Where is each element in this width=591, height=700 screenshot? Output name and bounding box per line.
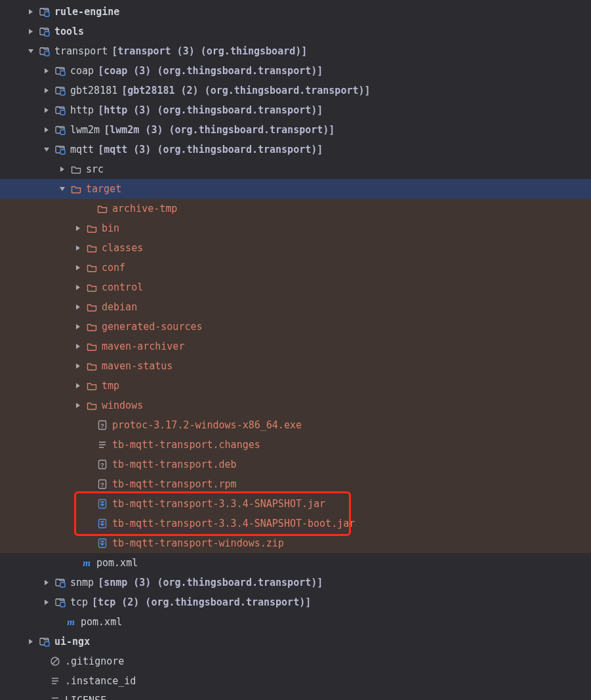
chevron-right-icon[interactable] bbox=[73, 243, 83, 253]
tree-item-label: maven-archiver bbox=[102, 340, 184, 352]
chevron-right-icon[interactable] bbox=[73, 381, 83, 391]
chevron-right-icon[interactable] bbox=[73, 223, 83, 234]
tree-item[interactable]: ui-ngx bbox=[0, 632, 591, 651]
chevron-right-icon[interactable] bbox=[26, 7, 36, 17]
tree-item-hint: [tcp (2) (org.thingsboard.transport)] bbox=[92, 596, 311, 608]
tree-item-label: mqtt bbox=[70, 144, 94, 155]
folder-icon bbox=[70, 163, 82, 175]
ignore-icon bbox=[49, 655, 61, 667]
tree-item[interactable]: tools bbox=[0, 22, 591, 41]
chevron-right-icon[interactable] bbox=[73, 321, 83, 332]
tree-item[interactable]: gbt28181[gbt28181 (2) (org.thingsboard.t… bbox=[0, 81, 591, 100]
tree-item-label: tcp bbox=[70, 596, 88, 608]
tree-item[interactable]: bin bbox=[0, 218, 591, 238]
chevron-down-icon[interactable] bbox=[57, 184, 68, 194]
tree-item[interactable]: transport[transport (3) (org.thingsboard… bbox=[0, 41, 591, 61]
tree-item[interactable]: tb-mqtt-transport-3.3.4-SNAPSHOT.jar bbox=[0, 494, 591, 514]
module-icon bbox=[39, 45, 51, 57]
folder-ex-icon bbox=[86, 340, 98, 352]
unknown-icon bbox=[96, 459, 108, 470]
text-icon bbox=[49, 695, 61, 700]
tree-item[interactable]: tb-mqtt-transport.changes bbox=[0, 435, 591, 455]
tree-item[interactable]: classes bbox=[0, 238, 591, 258]
tree-item-label: debian bbox=[102, 301, 137, 313]
tree-item-label: tb-mqtt-transport.changes bbox=[112, 439, 260, 451]
chevron-right-icon[interactable] bbox=[41, 66, 52, 76]
tree-item-label: rule-engine bbox=[54, 6, 119, 18]
tree-item[interactable]: maven-status bbox=[0, 356, 591, 376]
tree-item[interactable]: LICENSE bbox=[0, 691, 591, 700]
tree-item[interactable]: windows bbox=[0, 396, 591, 415]
tree-item[interactable]: tb-mqtt-transport.deb bbox=[0, 455, 591, 474]
module-icon bbox=[39, 26, 51, 37]
tree-item-label: maven-status bbox=[102, 360, 173, 372]
tree-item-label: LICENSE bbox=[65, 695, 106, 700]
tree-item[interactable]: tb-mqtt-transport-3.3.4-SNAPSHOT-boot.ja… bbox=[0, 514, 591, 533]
chevron-right-icon[interactable] bbox=[73, 262, 83, 273]
module-icon bbox=[54, 577, 66, 588]
tree-item[interactable]: protoc-3.17.2-windows-x86_64.exe bbox=[0, 415, 591, 435]
chevron-right-icon[interactable] bbox=[57, 164, 68, 175]
chevron-right-icon[interactable] bbox=[73, 302, 83, 312]
tree-item[interactable]: .instance_id bbox=[0, 671, 591, 691]
tree-item[interactable]: tb-mqtt-transport-windows.zip bbox=[0, 533, 591, 553]
tree-item-hint: [lwm2m (3) (org.thingsboard.transport)] bbox=[104, 124, 335, 136]
chevron-right-icon[interactable] bbox=[41, 85, 52, 96]
tree-item[interactable]: pom.xml bbox=[0, 553, 591, 573]
project-tree[interactable]: rule-enginetoolstransport[transport (3) … bbox=[0, 0, 591, 700]
chevron-right-icon[interactable] bbox=[26, 26, 36, 37]
chevron-right-icon[interactable] bbox=[73, 341, 83, 352]
module-icon bbox=[39, 636, 51, 648]
tree-item-label: tmp bbox=[102, 380, 119, 392]
module-icon bbox=[54, 65, 66, 77]
tree-item[interactable]: generated-sources bbox=[0, 317, 591, 337]
chevron-right-icon[interactable] bbox=[73, 282, 83, 293]
folder-ex-icon bbox=[86, 380, 98, 392]
chevron-right-icon[interactable] bbox=[26, 636, 36, 647]
tree-item[interactable]: tmp bbox=[0, 376, 591, 396]
tree-item[interactable]: src bbox=[0, 159, 591, 179]
folder-ex-icon bbox=[86, 222, 98, 234]
tree-item[interactable]: archive-tmp bbox=[0, 199, 591, 218]
tree-item[interactable]: debian bbox=[0, 297, 591, 317]
tree-item-label: tb-mqtt-transport.rpm bbox=[112, 478, 237, 490]
chevron-right-icon[interactable] bbox=[73, 400, 83, 411]
tree-item[interactable]: control bbox=[0, 278, 591, 297]
chevron-down-icon[interactable] bbox=[26, 46, 36, 56]
chevron-right-icon[interactable] bbox=[41, 577, 52, 588]
folder-ex-icon bbox=[96, 203, 108, 215]
unknown-icon bbox=[96, 419, 108, 431]
tree-item-hint: [mqtt (3) (org.thingsboard.transport)] bbox=[98, 144, 323, 155]
tree-item-label: ui-ngx bbox=[54, 636, 90, 648]
chevron-right-icon[interactable] bbox=[41, 597, 52, 607]
tree-item[interactable]: maven-archiver bbox=[0, 337, 591, 356]
tree-item[interactable]: coap[coap (3) (org.thingsboard.transport… bbox=[0, 61, 591, 81]
tree-item[interactable]: pom.xml bbox=[0, 612, 591, 632]
tree-item[interactable]: mqtt[mqtt (3) (org.thingsboard.transport… bbox=[0, 140, 591, 159]
tree-item[interactable]: .gitignore bbox=[0, 651, 591, 671]
tree-item-label: .gitignore bbox=[65, 655, 124, 667]
tree-item[interactable]: tb-mqtt-transport.rpm bbox=[0, 474, 591, 494]
folder-ex-icon bbox=[86, 242, 98, 254]
folder-ex-icon bbox=[86, 301, 98, 313]
folder-ex-icon bbox=[70, 183, 82, 195]
tree-item[interactable]: snmp[snmp (3) (org.thingsboard.transport… bbox=[0, 573, 591, 592]
tree-item[interactable]: tcp[tcp (2) (org.thingsboard.transport)] bbox=[0, 592, 591, 612]
chevron-right-icon[interactable] bbox=[41, 105, 52, 115]
chevron-down-icon[interactable] bbox=[41, 144, 52, 155]
module-icon bbox=[54, 144, 66, 155]
tree-item-label: tb-mqtt-transport-windows.zip bbox=[112, 537, 284, 549]
chevron-right-icon[interactable] bbox=[73, 361, 83, 371]
tree-item-hint: [transport (3) (org.thingsboard)] bbox=[112, 45, 307, 57]
tree-item-label: tb-mqtt-transport-3.3.4-SNAPSHOT.jar bbox=[112, 498, 325, 510]
tree-item-label: archive-tmp bbox=[112, 203, 177, 215]
tree-item[interactable]: target bbox=[0, 179, 591, 199]
tree-item[interactable]: http[http (3) (org.thingsboard.transport… bbox=[0, 100, 591, 120]
maven-icon bbox=[81, 557, 92, 569]
tree-item[interactable]: lwm2m[lwm2m (3) (org.thingsboard.transpo… bbox=[0, 120, 591, 140]
tree-item[interactable]: rule-engine bbox=[0, 2, 591, 22]
tree-item-label: control bbox=[102, 281, 143, 293]
tree-item[interactable]: conf bbox=[0, 258, 591, 278]
chevron-right-icon[interactable] bbox=[41, 125, 52, 135]
folder-ex-icon bbox=[86, 262, 98, 274]
